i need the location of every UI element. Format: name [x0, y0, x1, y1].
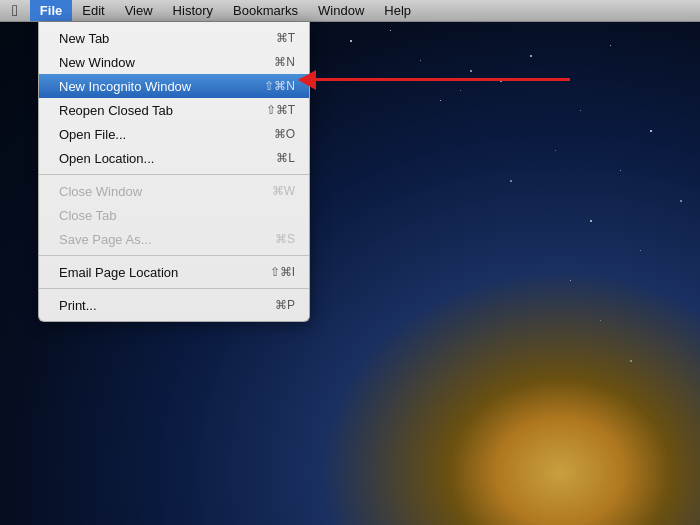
menu-item-save-page-as-label: Save Page As...	[59, 232, 152, 247]
menu-item-email-page-location-shortcut: ⇧⌘I	[270, 265, 295, 279]
menu-item-close-tab: Close Tab	[39, 203, 309, 227]
menu-item-open-location-label: Open Location...	[59, 151, 154, 166]
menubar-item-apple[interactable]: 	[0, 0, 30, 21]
menu-item-open-file-label: Open File...	[59, 127, 126, 142]
menu-item-close-window: Close Window ⌘W	[39, 179, 309, 203]
menu-item-close-tab-label: Close Tab	[59, 208, 117, 223]
menu-item-open-file[interactable]: Open File... ⌘O	[39, 122, 309, 146]
menubar-item-history[interactable]: History	[163, 0, 223, 21]
separator-3	[39, 288, 309, 289]
menubar-item-window[interactable]: Window	[308, 0, 374, 21]
menubar-item-bookmarks[interactable]: Bookmarks	[223, 0, 308, 21]
arrow-indicator	[300, 78, 570, 81]
menu-item-new-tab-label: New Tab	[59, 31, 109, 46]
menu-item-close-window-shortcut: ⌘W	[272, 184, 295, 198]
menu-item-save-page-as: Save Page As... ⌘S	[39, 227, 309, 251]
menu-item-new-window[interactable]: New Window ⌘N	[39, 50, 309, 74]
menu-item-new-incognito-window-shortcut: ⇧⌘N	[264, 79, 295, 93]
menu-item-print-shortcut: ⌘P	[275, 298, 295, 312]
menu-item-print[interactable]: Print... ⌘P	[39, 293, 309, 317]
menubar:  File Edit View History Bookmarks Windo…	[0, 0, 700, 22]
arrow-head-icon	[298, 70, 316, 90]
menu-item-open-location-shortcut: ⌘L	[276, 151, 295, 165]
menu-item-new-tab-shortcut: ⌘T	[276, 31, 295, 45]
menubar-item-help[interactable]: Help	[374, 0, 421, 21]
menubar-item-edit[interactable]: Edit	[72, 0, 114, 21]
menu-item-new-window-shortcut: ⌘N	[274, 55, 295, 69]
menu-item-new-window-label: New Window	[59, 55, 135, 70]
menu-item-new-incognito-window[interactable]: New Incognito Window ⇧⌘N	[39, 74, 309, 98]
menu-item-reopen-closed-tab-shortcut: ⇧⌘T	[266, 103, 295, 117]
menu-item-reopen-closed-tab-label: Reopen Closed Tab	[59, 103, 173, 118]
menu-item-open-file-shortcut: ⌘O	[274, 127, 295, 141]
menu-item-reopen-closed-tab[interactable]: Reopen Closed Tab ⇧⌘T	[39, 98, 309, 122]
menu-item-save-page-as-shortcut: ⌘S	[275, 232, 295, 246]
menu-item-open-location[interactable]: Open Location... ⌘L	[39, 146, 309, 170]
separator-1	[39, 174, 309, 175]
menubar-item-view[interactable]: View	[115, 0, 163, 21]
menu-item-close-window-label: Close Window	[59, 184, 142, 199]
menubar-item-file[interactable]: File	[30, 0, 72, 21]
arrow-line	[300, 78, 570, 81]
menu-item-email-page-location[interactable]: Email Page Location ⇧⌘I	[39, 260, 309, 284]
menu-item-email-page-location-label: Email Page Location	[59, 265, 178, 280]
menu-item-new-incognito-window-label: New Incognito Window	[59, 79, 191, 94]
menu-item-print-label: Print...	[59, 298, 97, 313]
menu-item-new-tab[interactable]: New Tab ⌘T	[39, 26, 309, 50]
file-menu-dropdown: New Tab ⌘T New Window ⌘N New Incognito W…	[38, 22, 310, 322]
separator-2	[39, 255, 309, 256]
